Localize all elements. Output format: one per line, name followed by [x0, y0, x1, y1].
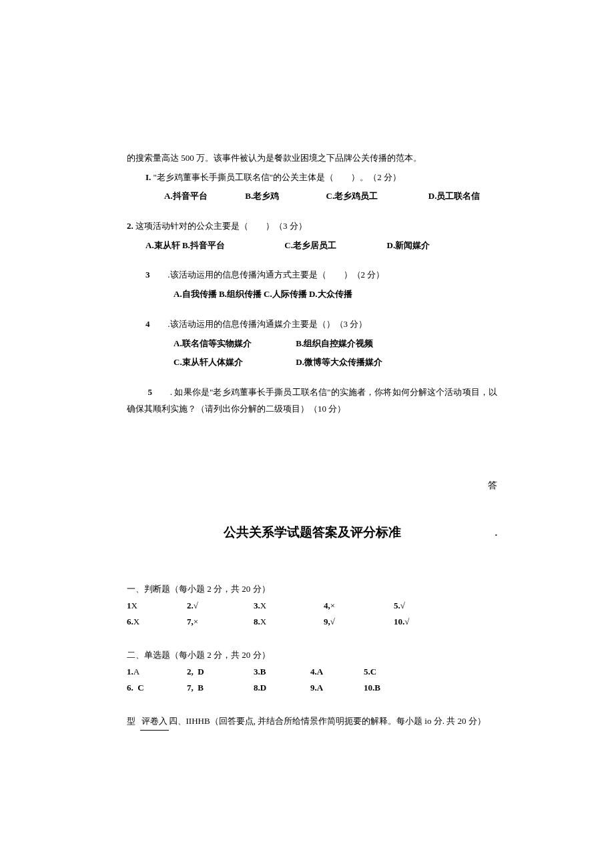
s1r1c2: √	[194, 600, 198, 610]
s2r1c1: A	[133, 667, 139, 677]
q1-opt-b: B.老乡鸡	[245, 188, 324, 205]
q5-text: . 如果你是"老乡鸡董事长手撕员工联名信"的实施者，你将如何分解这个活动项目，以…	[127, 387, 497, 414]
footer-post: 四、IIHHB（回答要点, 并结合所给情景作简明扼要的解释。每小题 io 分. …	[169, 716, 486, 726]
s2r2c3n: 8.	[254, 683, 260, 693]
q4-opt-a: A.联名信等实物媒介	[174, 336, 294, 352]
q1-stem: I. "老乡鸡董事长手撕员工联名信"的公关主体是（ ）。（2 分）	[127, 169, 497, 186]
s1r2c1: X	[133, 616, 139, 626]
s1r2c2: ×	[194, 616, 198, 626]
s2r2c4: A	[317, 683, 323, 693]
s2r2c5: B	[374, 683, 380, 693]
q4-opt-d: D.微博等大众传播媒介	[296, 354, 382, 371]
s1r1c5: √	[400, 600, 405, 610]
s2r2c3: D	[260, 683, 266, 693]
answers-title: 公共关系学试题答案及评分标准	[224, 520, 401, 544]
q1-num: I.	[145, 172, 151, 182]
q1-opt-a: A.抖音平台	[164, 188, 243, 205]
q1-opt-c: C.老乡鸡员工	[326, 188, 426, 205]
q2-text: 这项活动针对的公众主要是（ ）（3 分）	[135, 221, 307, 231]
answer-marker: 答	[127, 477, 497, 495]
s2r1c1n: 1.	[127, 667, 133, 677]
s2r1c3: B	[260, 667, 266, 677]
s1r2c1n: 6.	[127, 616, 133, 626]
s2r1c2n: 2,	[187, 667, 194, 677]
q3-num: 3	[145, 267, 166, 284]
s2r1c4: A	[317, 667, 323, 677]
s1r2c5n: 10.	[394, 616, 404, 626]
s1r2c2n: 7,	[187, 616, 194, 626]
s1r1c2n: 2.	[187, 600, 194, 610]
q2-options: A.束从轩 B.抖音平台 C.老乡居员工 D.新闻媒介	[127, 238, 497, 254]
s1r2c3n: 8.	[254, 616, 260, 626]
intro-paragraph: 的搜索量高达 500 万。该事件被认为是餐款业困境之下品牌公关传播的范本。	[127, 150, 497, 167]
q4-options-row2: C.束从轩人体媒介 D.微博等大众传播媒介	[127, 354, 497, 371]
title-dot: .	[495, 525, 497, 542]
q1-text: "老乡鸡董事长手撕员工联名信"的公关主体是（ ）。（2 分）	[154, 172, 401, 182]
q5-num: 5	[147, 384, 168, 401]
section1-row1: 1X 2.√ 3.X 4,× 5.√	[127, 598, 497, 614]
section2-row1: 1.A 2, D 3.B 4.A 5.C	[127, 664, 497, 681]
q4-num: 4	[145, 316, 166, 333]
section2-head: 二、单选题（每小题 2 分，共 20 分）	[127, 647, 497, 664]
s2r2c1n: 6.	[127, 683, 133, 693]
q2-opt-d: D.新闻媒介	[387, 238, 430, 254]
s2r2c5n: 10.	[364, 683, 374, 693]
q2-opt-c: C.老乡居员工	[284, 238, 384, 254]
section1-head: 一、判断题（每小题 2 分，共 20 分）	[127, 581, 497, 598]
s1r2c3: X	[260, 616, 266, 626]
s2r1c3n: 3.	[254, 667, 260, 677]
s1r1c4n: 4,	[324, 600, 330, 610]
footer-underline: 评卷入	[140, 713, 169, 731]
q3-text: .该活动运用的信息传播沟通方式主要是（ ）（2 分）	[168, 270, 384, 280]
s2r1c4n: 4.	[310, 667, 317, 677]
q2-opt-ab: A.束从轩 B.抖音平台	[145, 238, 282, 254]
answers-title-wrap: 公共关系学试题答案及评分标准 .	[127, 520, 497, 544]
s1r1c3: X	[260, 600, 266, 610]
q5-stem: 5 . 如果你是"老乡鸡董事长手撕员工联名信"的实施者，你将如何分解这个活动项目…	[127, 384, 497, 417]
q1-opt-d: D.员工联名信	[428, 188, 481, 205]
q4-options-row1: A.联名信等实物媒介 B.组织自控媒介视频	[127, 336, 497, 352]
s1r1c4: ×	[330, 600, 335, 610]
s1r1c3n: 3.	[254, 600, 260, 610]
q4-opt-c: C.束从轩人体媒介	[174, 354, 294, 371]
document-page: 的搜索量高达 500 万。该事件被认为是餐款业困境之下品牌公关传播的范本。 I.…	[0, 0, 614, 831]
section2-row2: 6. C 7, B 8.D 9.A 10.B	[127, 680, 497, 697]
s2r2c2: B	[198, 683, 204, 693]
q4-stem: 4 .该活动运用的信息传播沟通媒介主要是（）（3 分）	[127, 316, 497, 333]
q3-options: A.自我传播 B.组织传播 C.人际传播 D.大众传播	[127, 286, 497, 303]
s2r1c5: C	[370, 667, 376, 677]
s2r2c2n: 7,	[187, 683, 194, 693]
s2r1c2: D	[198, 667, 204, 677]
section1-row2: 6.X 7,× 8.X 9,√ 10.√	[127, 614, 497, 630]
footer-line: 型 评卷入四、IIHHB（回答要点, 并结合所给情景作简明扼要的解释。每小题 i…	[127, 713, 497, 731]
s1r2c4: √	[330, 616, 335, 626]
s2r2c1: C	[137, 683, 143, 693]
s2r2c4n: 9.	[310, 683, 317, 693]
q3-stem: 3 .该活动运用的信息传播沟通方式主要是（ ）（2 分）	[127, 267, 497, 284]
s1r1c1: X	[131, 600, 137, 610]
s1r2c4n: 9,	[324, 616, 330, 626]
q2-num: 2.	[127, 221, 133, 231]
q4-text: .该活动运用的信息传播沟通媒介主要是（）（3 分）	[168, 319, 367, 329]
q2-stem: 2. 这项活动针对的公众主要是（ ）（3 分）	[127, 218, 497, 235]
footer-pre: 型	[127, 716, 135, 726]
q1-options: A.抖音平台 B.老乡鸡 C.老乡鸡员工 D.员工联名信	[127, 188, 497, 205]
s1r2c5: √	[404, 616, 409, 626]
s1r1c5n: 5.	[394, 600, 400, 610]
s2r1c5n: 5.	[364, 667, 370, 677]
q4-opt-b: B.组织自控媒介视频	[296, 336, 373, 352]
